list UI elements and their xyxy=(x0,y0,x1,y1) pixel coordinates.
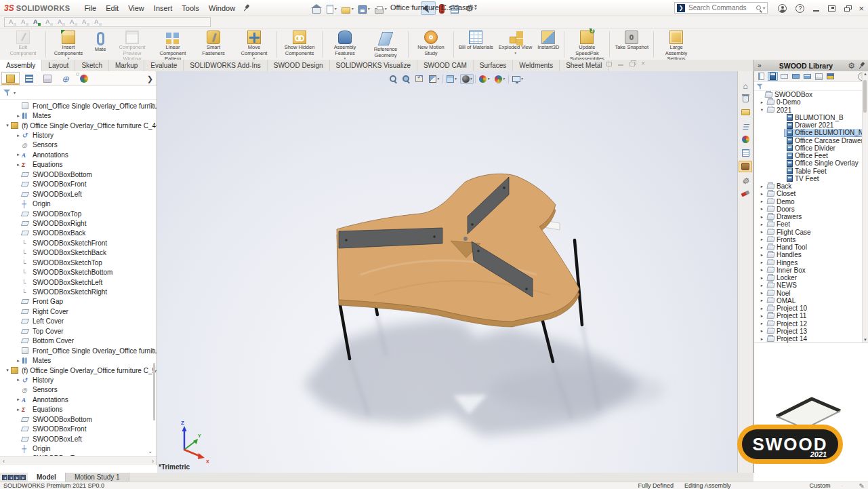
expander-icon[interactable]: ▸ xyxy=(15,133,22,138)
display-style-icon[interactable]: ▾ xyxy=(460,74,474,84)
library-item[interactable]: ▸ Feet xyxy=(754,220,862,228)
library-view-edgeband-icon[interactable] xyxy=(814,72,824,81)
library-item[interactable]: ▸ Hand Tool xyxy=(754,243,862,251)
show-hidden-components-button[interactable]: Show Hidden Components xyxy=(279,29,320,60)
tab-scroll-prev-icon[interactable] xyxy=(8,475,14,480)
annotation-tool-icon[interactable] xyxy=(69,18,77,26)
tree-vertical-scrollbar[interactable] xyxy=(153,363,155,420)
task-swood-options-icon[interactable] xyxy=(739,174,752,186)
doc-close-icon[interactable]: × xyxy=(641,61,645,66)
undo-button[interactable]: ▾ xyxy=(390,1,404,15)
expander-icon[interactable]: ▸ xyxy=(759,206,765,212)
task-swood-tools-icon[interactable] xyxy=(739,188,752,199)
expander-icon[interactable]: ▾ xyxy=(759,107,765,113)
insert-components-button[interactable]: Insert Components ▾ xyxy=(48,29,89,60)
take-snapshot-button[interactable]: Take Snapshot xyxy=(612,29,651,60)
open-button[interactable]: ▾ xyxy=(339,1,355,15)
feature-tree-item[interactable]: ▸ Equations xyxy=(0,160,157,170)
swood-center-button[interactable] xyxy=(437,1,447,15)
tab-layout[interactable]: Layout xyxy=(42,60,75,71)
ribbon-button[interactable] xyxy=(45,31,46,58)
scroll-left-icon[interactable]: ‹ xyxy=(3,458,5,465)
swood-report-button[interactable] xyxy=(449,1,461,15)
maximize-button[interactable] xyxy=(828,5,835,12)
expander-icon[interactable]: ▸ xyxy=(759,100,765,105)
panel-settings-gear-icon[interactable] xyxy=(848,61,855,71)
feature-tree-item[interactable]: SWOODBoxTop xyxy=(0,454,157,456)
tree-scroll-down-icon[interactable]: ⌄ xyxy=(148,448,152,454)
expander-icon[interactable]: ▸ xyxy=(759,290,765,296)
expander-icon[interactable]: ▸ xyxy=(759,184,765,189)
library-item[interactable]: ▸ Locker xyxy=(754,274,862,281)
expander-icon[interactable]: ▸ xyxy=(759,321,765,326)
feature-tree-item[interactable]: Right Cover xyxy=(0,307,157,316)
view-settings-icon[interactable]: ▾ xyxy=(510,75,525,83)
feature-tree-item[interactable]: ▸ Annotations xyxy=(0,395,157,404)
library-item[interactable]: Office Single Overlay xyxy=(754,159,862,167)
feature-tree-item[interactable]: Front Gap xyxy=(0,297,157,307)
doc-new-window-icon[interactable] xyxy=(595,62,600,66)
doc-minimize-icon[interactable] xyxy=(618,64,623,66)
library-item[interactable]: Office Divider xyxy=(754,144,862,152)
feature-tree-item[interactable]: ▸ Annotations xyxy=(0,150,157,159)
expander-icon[interactable]: ▸ xyxy=(759,191,765,197)
library-item[interactable]: Drawer 2021 xyxy=(754,121,862,129)
options-button[interactable]: ▾ xyxy=(463,1,478,15)
tab-dimxpertmanager[interactable] xyxy=(56,72,75,85)
tree-horizontal-scrollbar[interactable]: ‹ › xyxy=(0,456,157,465)
library-item[interactable]: ▸ Inner Box xyxy=(754,267,862,274)
feature-tree-item[interactable]: ▸ History xyxy=(0,130,157,140)
tab-assembly[interactable]: Assembly xyxy=(0,60,42,71)
feature-tree-item[interactable]: Front_Office Single Overlay_Office furni… xyxy=(0,346,157,355)
tab-sketch[interactable]: Sketch xyxy=(75,60,109,71)
scroll-right-icon[interactable]: › xyxy=(152,458,154,465)
expander-icon[interactable]: ▾ xyxy=(4,368,11,373)
feature-tree-item[interactable]: ▸ Mates xyxy=(0,355,157,365)
expander-icon[interactable]: ▸ xyxy=(759,260,765,265)
panel-expand-arrow-icon[interactable]: ❯ xyxy=(147,75,153,83)
library-item[interactable]: ▸ Handles xyxy=(754,251,862,258)
annotation-tool-icon[interactable] xyxy=(94,18,102,26)
feature-tree-item[interactable]: SWOODBoxSketchLeft xyxy=(0,277,157,287)
tab-swood-design[interactable]: SWOOD Design xyxy=(268,60,330,71)
hud-button[interactable] xyxy=(442,75,443,83)
library-item[interactable]: Office Carcase Drawer xyxy=(754,137,862,144)
feature-tree-item[interactable]: Origin xyxy=(0,199,157,208)
feature-tree-item[interactable]: SWOODBoxSketchBottom xyxy=(0,267,157,277)
new-document-button[interactable]: ▾ xyxy=(325,1,338,15)
library-item[interactable]: ▸ OMAL xyxy=(754,297,862,305)
feature-tree-item[interactable]: SWOODBoxFront xyxy=(0,424,157,433)
scroll-up-icon[interactable]: ▲ xyxy=(863,72,867,76)
expander-icon[interactable]: ▸ xyxy=(759,328,765,334)
library-item[interactable]: ▸ Project 10 xyxy=(754,305,862,312)
annotation-tool-icon[interactable] xyxy=(8,18,16,26)
menu-insert[interactable]: Insert xyxy=(149,3,178,14)
library-item[interactable]: ▸ Doors xyxy=(754,206,862,213)
instant3d-button[interactable]: Instant3D xyxy=(535,29,562,60)
edit-appearance-icon[interactable]: ▾ xyxy=(477,74,491,84)
library-item[interactable]: ▸ 0-Demo xyxy=(754,98,862,106)
linear-component-pattern-button[interactable]: Linear Component Pattern ▾ xyxy=(152,29,193,60)
ribbon-button[interactable] xyxy=(276,31,277,58)
save-button[interactable]: ▾ xyxy=(356,1,371,15)
model-viewport[interactable]: Z Y X ▾ xyxy=(157,71,737,473)
feature-tree-item[interactable]: SWOODBoxSketchBack xyxy=(0,248,157,258)
library-item[interactable]: BLUMOTION_B xyxy=(754,114,862,121)
library-item[interactable]: ▸ Project 14 xyxy=(754,335,862,343)
library-item[interactable]: ▸ Demo xyxy=(754,198,862,206)
library-item[interactable]: ▸ NEWS xyxy=(754,281,862,289)
library-item[interactable]: Office Feet xyxy=(754,152,862,159)
zoom-to-fit-icon[interactable] xyxy=(388,74,399,83)
feature-tree-item[interactable]: SWOODBoxRight xyxy=(0,218,157,228)
menu-tools[interactable]: Tools xyxy=(177,3,204,14)
menu-edit[interactable]: Edit xyxy=(101,3,123,14)
library-item[interactable]: ▸ Hinges xyxy=(754,259,862,267)
feature-tree-item[interactable]: Top Cover xyxy=(0,326,157,336)
previous-view-icon[interactable] xyxy=(413,74,426,83)
filter-icon[interactable] xyxy=(3,89,11,96)
select-tool-button[interactable]: ▾ xyxy=(421,1,436,15)
library-item[interactable]: ▸ Back xyxy=(754,182,862,190)
library-item[interactable]: ▸ Fronts xyxy=(754,236,862,243)
library-item[interactable]: SWOODBox xyxy=(754,91,862,98)
tab-solidworks-visualize[interactable]: SOLIDWORKS Visualize xyxy=(330,60,417,71)
